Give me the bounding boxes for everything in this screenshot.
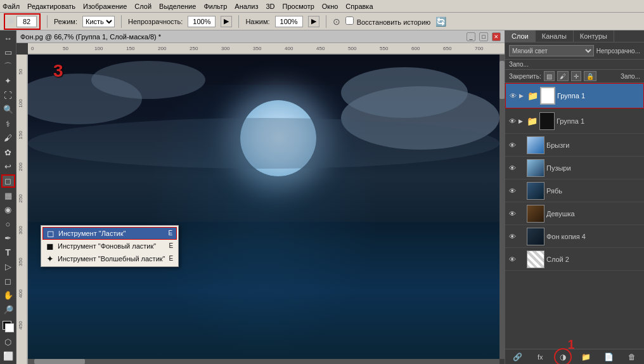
tool-text[interactable]: T [1, 246, 15, 259]
eye-icon-4[interactable]: 👁 [508, 186, 517, 195]
expand-icon-0[interactable]: ▶ [519, 93, 525, 99]
tool-magic-wand[interactable]: ✦ [1, 75, 15, 88]
svg-text:250: 250 [190, 46, 198, 51]
lock-transparency[interactable]: ▧ [544, 71, 555, 81]
lock-all[interactable]: 🔒 [584, 71, 596, 81]
pressure-arrow[interactable]: ▶ [308, 16, 319, 27]
tool-pen[interactable]: ✒ [1, 231, 15, 245]
restore-history-checkbox[interactable] [345, 16, 354, 25]
delete-layer-icon[interactable]: 🗑 [626, 351, 638, 363]
expand-icon-1[interactable]: ▶ [518, 118, 525, 124]
link-layers-icon[interactable]: 🔗 [512, 351, 523, 363]
magic-eraser-icon: ✦ [46, 254, 54, 264]
tool-blur[interactable]: ◉ [1, 203, 15, 216]
layer-item-wave[interactable]: 👁 Рябь [505, 179, 644, 202]
menu-item-filter[interactable]: Фильтр [203, 3, 227, 10]
brush-size-input[interactable] [16, 16, 37, 27]
layer-name-2: Брызги [546, 141, 641, 149]
horizontal-scrollbar[interactable] [28, 359, 499, 364]
tool-zoom[interactable]: 🔎 [1, 303, 15, 316]
quick-mask[interactable]: ⬡ [1, 335, 15, 349]
layer-name-6: Фон копия 4 [546, 233, 641, 240]
menu-item-window[interactable]: Окно [322, 3, 338, 10]
layer-item-bgcopy4[interactable]: 👁 Фон копия 4 [505, 225, 644, 248]
create-fill-adjustment-icon[interactable]: ◑ [557, 351, 569, 363]
eye-icon-1[interactable]: 👁 [508, 117, 517, 126]
layer-item-layer2[interactable]: 👁 Слой 2 [505, 248, 644, 271]
svg-text:400: 400 [18, 289, 23, 298]
maximize-button[interactable]: □ [479, 32, 488, 41]
blend-mode-select[interactable]: Мягкий свет [509, 45, 594, 56]
mode-select[interactable]: Кисть [82, 16, 115, 27]
tool-lasso[interactable]: ⌒ [1, 60, 15, 74]
popup-bg-eraser[interactable]: ◼ Инструмент "Фоновый ластик" E [42, 240, 177, 252]
restore-icon: 🔄 [435, 16, 446, 27]
fill-label: Запо... [509, 61, 529, 68]
eye-icon-6[interactable]: 👁 [508, 232, 517, 241]
popup-magic-eraser[interactable]: ✦ Инструмент "Волшебный ластик" E [42, 252, 177, 265]
new-layer-icon[interactable]: 📄 [603, 351, 615, 363]
vertical-scrollbar[interactable] [499, 55, 505, 359]
menu-item-analysis[interactable]: Анализ [235, 3, 258, 10]
menu-item-3d[interactable]: 3D [266, 3, 274, 10]
tool-eyedropper[interactable]: 🔍 [1, 103, 15, 117]
layer-item-group1-inactive[interactable]: 👁 ▶ 📁 Группа 1 [505, 108, 644, 134]
menu-item-select[interactable]: Выделение [159, 3, 196, 10]
eye-icon-7[interactable]: 👁 [508, 255, 517, 264]
popup-eraser[interactable]: ◻ Инструмент "Ластик" E [42, 227, 177, 240]
tab-channels[interactable]: Каналы [536, 30, 574, 42]
screen-mode[interactable]: ⬜ [1, 349, 15, 363]
tool-gradient[interactable]: ▦ [1, 189, 15, 202]
eye-icon-2[interactable]: 👁 [508, 141, 517, 150]
ruler-horizontal: 0 50 100 150 200 250 300 350 400 450 500… [28, 43, 505, 55]
svg-text:100: 100 [94, 46, 103, 51]
layer-name-0: Группа 1 [557, 92, 641, 100]
fx-button[interactable]: fx [534, 351, 546, 363]
canvas-image[interactable]: 3 2 ◻ Инструмент "Ластик" E ◼ Инструмент… [28, 55, 499, 359]
tool-hand[interactable]: ✋ [1, 289, 15, 302]
lock-image[interactable]: 🖌 [557, 71, 569, 81]
menu-item-layer[interactable]: Слой [134, 3, 151, 10]
menu-item-file[interactable]: Файл [3, 3, 20, 10]
tool-eraser[interactable]: ◻ [1, 174, 15, 188]
tool-marquee[interactable]: ▭ [1, 46, 15, 60]
layer-item-splash[interactable]: 👁 Брызги [505, 134, 644, 157]
popup-eraser-label: Инструмент "Ластик" [58, 230, 126, 237]
opacity-input[interactable] [188, 16, 216, 27]
menu-item-view[interactable]: Просмотр [283, 3, 314, 10]
tool-brush[interactable]: 🖌 [1, 132, 15, 145]
tool-history-brush[interactable]: ↩ [1, 160, 15, 174]
menu-item-edit[interactable]: Редактировать [27, 3, 75, 10]
restore-history-label: Восстановить историю [345, 16, 431, 26]
tool-shape[interactable]: ◻ [1, 275, 15, 288]
tool-clone[interactable]: ✿ [1, 146, 15, 159]
tool-path-select[interactable]: ▷ [1, 260, 15, 273]
tab-paths[interactable]: Контуры [574, 30, 614, 42]
tool-move[interactable]: ↔ [1, 32, 15, 45]
tab-layers[interactable]: Слои [505, 30, 536, 42]
layer-thumb-3 [527, 159, 544, 177]
eye-icon-0[interactable]: 👁 [508, 91, 517, 100]
lock-position[interactable]: ✛ [571, 71, 581, 81]
opacity-arrow[interactable]: ▶ [221, 16, 232, 27]
menu-item-help[interactable]: Справка [345, 3, 373, 10]
eye-icon-3[interactable]: 👁 [508, 164, 517, 172]
mode-label: Режим: [54, 18, 77, 25]
eraser-icon: ◻ [47, 228, 55, 238]
canvas-wrapper: 0 50 100 150 200 250 300 350 400 450 500… [16, 43, 505, 364]
eye-icon-5[interactable]: 👁 [508, 209, 517, 218]
new-group-icon[interactable]: 📁 [581, 351, 592, 363]
tool-crop[interactable]: ⛶ [1, 89, 15, 102]
layer-item-group1-active[interactable]: 👁 ▶ 📁 Группа 1 [505, 83, 644, 108]
tool-heal[interactable]: ⚕ [1, 117, 15, 131]
foreground-background-colors[interactable] [1, 320, 15, 332]
pressure-input[interactable] [275, 16, 303, 27]
layer-item-bubble[interactable]: 👁 Пузыри [505, 157, 644, 179]
close-button[interactable]: ✕ [492, 32, 501, 41]
svg-text:650: 650 [443, 46, 452, 51]
layer-item-girl[interactable]: 👁 Девушка [505, 202, 644, 225]
menu-item-image[interactable]: Изображение [83, 3, 127, 10]
layer-thumb-5 [527, 205, 544, 223]
minimize-button[interactable]: _ [467, 32, 475, 41]
tool-dodge[interactable]: ○ [1, 218, 15, 231]
